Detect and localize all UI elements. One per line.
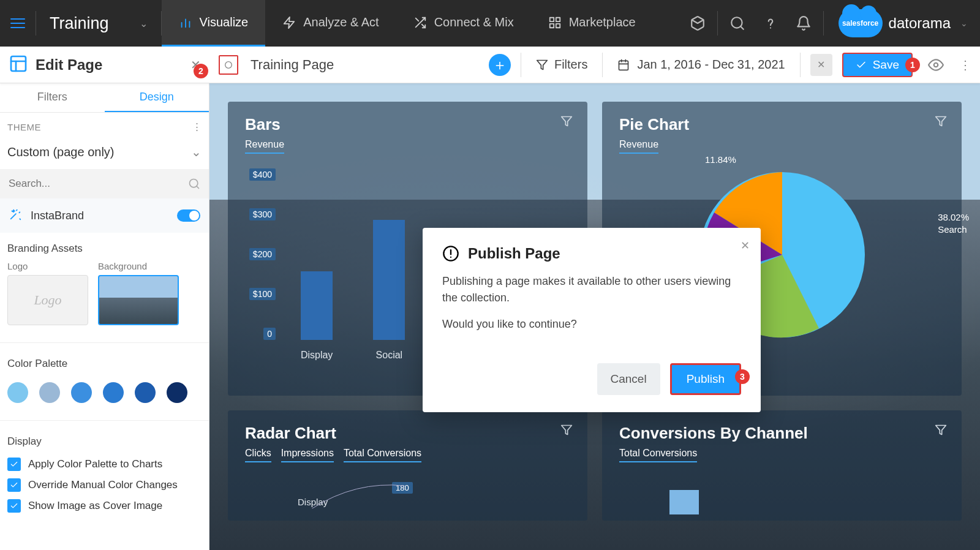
checkbox-label: Apply Color Palette to Charts xyxy=(28,458,162,470)
metric-tab[interactable]: Impressions xyxy=(281,448,334,462)
y-tick: $100 xyxy=(249,288,276,300)
metric-tab[interactable]: Clicks xyxy=(245,448,271,462)
checkbox-palette-to-charts[interactable]: Apply Color Palette to Charts xyxy=(0,454,209,475)
top-nav: Training ⌄ Visualize Analyze & Act Conne… xyxy=(0,0,980,47)
cube-icon[interactable] xyxy=(684,10,711,37)
modal-text-1: Publishing a page makes it available to … xyxy=(442,273,741,306)
workspace-selector[interactable]: Training ⌄ xyxy=(36,14,161,33)
discard-button[interactable]: ✕ xyxy=(810,54,832,76)
save-button[interactable]: Save xyxy=(842,53,913,77)
bell-icon[interactable] xyxy=(790,10,817,37)
nav-tab-connect[interactable]: Connect & Mix xyxy=(396,0,531,47)
filters-button[interactable]: Filters xyxy=(531,58,592,72)
sidebar-tab-filters[interactable]: Filters xyxy=(0,83,105,112)
divider xyxy=(0,420,209,421)
salesforce-logo-icon: salesforce xyxy=(839,9,883,37)
background-asset-box[interactable] xyxy=(98,275,179,325)
add-widget-button[interactable]: ＋ xyxy=(489,54,511,76)
check-icon xyxy=(856,59,867,70)
checkbox-icon xyxy=(7,478,21,492)
search-input[interactable] xyxy=(9,178,188,190)
palette-color[interactable] xyxy=(7,382,28,403)
alert-icon xyxy=(442,245,459,262)
conversion-bar xyxy=(669,490,699,514)
svg-marker-21 xyxy=(537,60,548,69)
sidebar-tab-design[interactable]: Design xyxy=(105,83,209,112)
date-range-text: Jan 1, 2016 - Dec 31, 2021 xyxy=(637,58,785,72)
bar-label: Social xyxy=(376,350,403,361)
annotation-badge-2: 2 xyxy=(194,64,208,78)
theme-selector[interactable]: Custom (page only) ⌄ xyxy=(0,138,209,169)
widget-metric[interactable]: Revenue xyxy=(619,139,658,154)
divider xyxy=(0,342,209,343)
y-tick: 0 xyxy=(263,328,276,340)
theme-menu-button[interactable]: ⋮ xyxy=(192,121,202,132)
nav-right: salesforce datorama ⌄ xyxy=(684,9,980,37)
filter-icon xyxy=(536,59,548,71)
widget-filter-icon[interactable] xyxy=(560,115,573,130)
checkbox-icon xyxy=(7,458,21,471)
nav-tab-label: Marketplace xyxy=(569,15,636,29)
color-palette xyxy=(0,376,209,415)
widget-filter-icon[interactable] xyxy=(560,424,573,439)
palette-color[interactable] xyxy=(103,382,124,403)
chevron-down-icon: ⌄ xyxy=(115,18,148,29)
svg-rect-22 xyxy=(619,61,628,70)
date-range-picker[interactable]: Jan 1, 2016 - Dec 31, 2021 xyxy=(612,58,790,72)
widget-metric[interactable]: Revenue xyxy=(245,139,284,154)
search-icon[interactable] xyxy=(724,10,751,37)
svg-line-15 xyxy=(741,26,744,29)
widget-title: Bars xyxy=(245,115,570,134)
svg-line-28 xyxy=(197,186,199,189)
wand-icon xyxy=(9,208,22,224)
checkbox-override-colors[interactable]: Override Manual Color Changes xyxy=(0,475,209,495)
more-menu-button[interactable]: ⋮ xyxy=(959,58,971,72)
palette-color[interactable] xyxy=(71,382,92,403)
filters-label: Filters xyxy=(554,58,587,72)
main-menu-button[interactable] xyxy=(0,0,36,47)
edit-page-header: Edit Page ✕ xyxy=(0,54,209,76)
nav-tab-label: Visualize xyxy=(200,15,249,29)
pie-label-top: 11.84% xyxy=(705,154,736,166)
checkbox-cover-image[interactable]: Show Image as Cover Image xyxy=(0,495,209,516)
nav-tab-marketplace[interactable]: Marketplace xyxy=(531,0,653,47)
palette-color[interactable] xyxy=(135,382,156,403)
logo-asset-box[interactable]: Logo xyxy=(7,275,88,325)
cancel-button[interactable]: Cancel xyxy=(597,363,660,395)
nav-tab-analyze[interactable]: Analyze & Act xyxy=(265,0,396,47)
annotation-badge-3: 3 xyxy=(735,369,750,384)
palette-color[interactable] xyxy=(39,382,60,403)
svg-rect-12 xyxy=(556,23,560,27)
instabrand-label: InstaBrand xyxy=(31,209,84,222)
theme-name: Custom (page only) xyxy=(7,145,115,159)
page-title[interactable]: Training Page xyxy=(251,57,334,73)
widget-radar[interactable]: Radar Chart Clicks Impressions Total Con… xyxy=(228,410,587,521)
svg-rect-10 xyxy=(549,17,553,21)
shuffle-icon xyxy=(413,16,427,29)
publish-status-indicator[interactable] xyxy=(219,55,238,75)
nav-tab-visualize[interactable]: Visualize xyxy=(162,0,266,47)
y-tick: $300 xyxy=(249,208,276,220)
preview-button[interactable] xyxy=(922,51,949,78)
publish-button[interactable]: Publish xyxy=(670,363,741,395)
svg-rect-13 xyxy=(549,23,553,27)
widget-filter-icon[interactable] xyxy=(935,115,947,130)
edit-page-title: Edit Page xyxy=(36,56,102,73)
publish-page-modal: ✕ Publish Page Publishing a page makes i… xyxy=(423,228,761,412)
grid-icon xyxy=(548,16,562,29)
widget-metric[interactable]: Total Conversions xyxy=(619,448,697,462)
save-label: Save xyxy=(873,58,899,72)
search-icon xyxy=(188,178,200,190)
palette-color[interactable] xyxy=(167,382,187,403)
svg-point-26 xyxy=(934,62,938,67)
pie-label-right: 38.02% Search xyxy=(938,211,969,235)
widget-conversions[interactable]: Conversions By Channel Total Conversions xyxy=(602,410,962,521)
chevron-down-icon[interactable]: ⌄ xyxy=(957,18,968,28)
widget-filter-icon[interactable] xyxy=(935,424,947,439)
nav-tabs: Visualize Analyze & Act Connect & Mix Ma… xyxy=(162,0,653,47)
help-icon[interactable] xyxy=(757,10,784,37)
svg-marker-33 xyxy=(936,426,946,435)
instabrand-toggle[interactable] xyxy=(177,209,200,222)
modal-close-icon[interactable]: ✕ xyxy=(741,239,750,252)
metric-tab[interactable]: Total Conversions xyxy=(344,448,421,462)
